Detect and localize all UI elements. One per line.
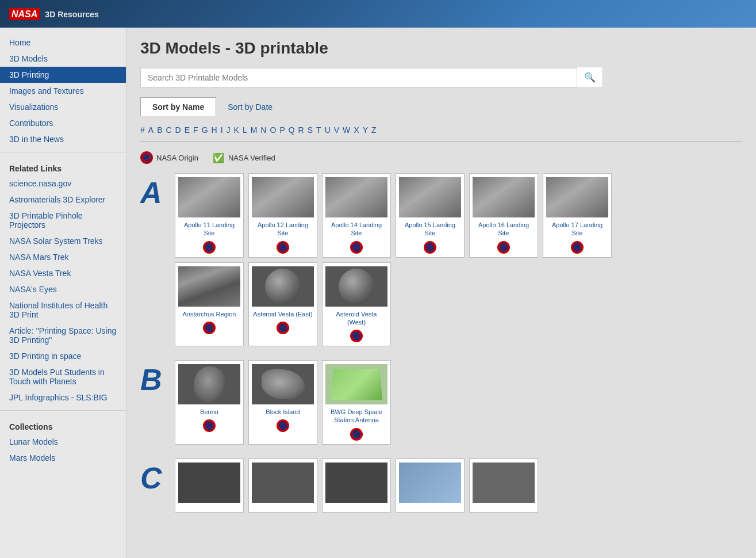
sidebar-link-printing-in-space[interactable]: 3D Printing in space (0, 348, 126, 364)
sidebar-link-lunar-models[interactable]: Lunar Models (0, 434, 126, 450)
alpha-e[interactable]: E (185, 125, 190, 135)
model-card-c1[interactable] (175, 458, 244, 513)
alpha-q[interactable]: Q (289, 125, 295, 135)
page-title: 3D Models - 3D printable (140, 39, 742, 58)
sidebar-link-solar-system-treks[interactable]: NASA Solar System Treks (0, 233, 126, 249)
alpha-a[interactable]: A (148, 125, 153, 135)
section-letter-b: B (140, 365, 162, 395)
model-name-apollo-12: Apollo 12 Landing Site (252, 221, 313, 238)
alpha-c[interactable]: C (166, 125, 171, 135)
sidebar-link-nasas-eyes[interactable]: NASA's Eyes (0, 281, 126, 297)
sidebar-link-jpl-infographics[interactable]: JPL Infographics - SLS:BIG (0, 389, 126, 406)
sidebar-link-astromaterials[interactable]: Astromaterials 3D Explorer (0, 192, 126, 208)
model-name-bwg-antenna: BWG Deep Space Station Antenna (326, 408, 387, 425)
alpha-u[interactable]: U (325, 125, 331, 135)
model-thumb-vesta-west (325, 266, 387, 307)
nasa-text: NASA (9, 8, 40, 20)
main-content: 3D Models - 3D printable 🔍 Sort by Name … (126, 28, 756, 558)
alpha-f[interactable]: F (193, 125, 198, 135)
model-card-c3[interactable] (322, 458, 391, 513)
model-card-c5[interactable] (469, 458, 538, 513)
alpha-hash[interactable]: # (140, 125, 145, 135)
header: NASA 3D Resources (0, 0, 756, 28)
search-button[interactable]: 🔍 (577, 67, 603, 88)
nasa-badge-bwg-antenna (350, 428, 363, 441)
sidebar-item-3d-news[interactable]: 3D in the News (0, 131, 126, 147)
alpha-s[interactable]: S (308, 125, 313, 135)
alpha-i[interactable]: I (221, 125, 223, 135)
alpha-y[interactable]: Y (363, 125, 368, 135)
alpha-l[interactable]: L (243, 125, 247, 135)
alpha-z[interactable]: Z (371, 125, 377, 135)
nasa-badge-block-island (277, 419, 289, 432)
model-card-apollo-14[interactable]: Apollo 14 Landing Site (322, 173, 391, 258)
sidebar-link-students-planets[interactable]: 3D Models Put Students in Touch with Pla… (0, 364, 126, 389)
alpha-b[interactable]: B (157, 125, 162, 135)
alpha-d[interactable]: D (175, 125, 181, 135)
sidebar-item-3d-models[interactable]: 3D Models (0, 51, 126, 67)
model-thumb-c5 (473, 463, 535, 503)
model-thumb-apollo-12 (252, 177, 314, 217)
alpha-p[interactable]: P (279, 125, 285, 135)
alpha-n[interactable]: N (260, 125, 266, 135)
model-grid-b: Bennu Block Island (175, 360, 742, 445)
sidebar-link-science-nasa[interactable]: science.nasa.gov (0, 175, 126, 192)
model-name-bennu: Bennu (200, 408, 218, 416)
alpha-w[interactable]: W (343, 125, 350, 135)
alpha-j[interactable]: J (227, 125, 231, 135)
sidebar-item-home[interactable]: Home (0, 35, 126, 51)
sidebar-link-nih[interactable]: National Institutes of Health 3D Print (0, 297, 126, 323)
model-card-apollo-11[interactable]: Apollo 11 Landing Site (175, 173, 244, 258)
nasa-badge-apollo-14 (350, 241, 363, 254)
model-name-vesta-west: Asteroid Vesta (West) (326, 310, 387, 327)
model-card-vesta-east[interactable]: Asteroid Vesta (East) (248, 262, 317, 347)
sidebar-link-vesta-trek[interactable]: NASA Vesta Trek (0, 265, 126, 281)
model-card-aristarchus[interactable]: Aristarchus Region (175, 262, 244, 347)
alpha-h[interactable]: H (212, 125, 217, 135)
nasa-origin-badge (140, 151, 153, 164)
sidebar-item-3d-printing[interactable]: 3D Printing (0, 67, 126, 83)
sidebar-link-pinhole[interactable]: 3D Printable Pinhole Projectors (0, 208, 126, 233)
model-thumb-apollo-16 (473, 177, 535, 217)
model-card-apollo-15[interactable]: Apollo 15 Landing Site (396, 173, 465, 258)
sidebar-item-contributors[interactable]: Contributors (0, 115, 126, 131)
alpha-t[interactable]: T (316, 125, 321, 135)
nasa-verified-badge: ✅ (212, 151, 225, 164)
nasa-verified-label: NASA Verified (228, 154, 275, 162)
model-card-bwg-antenna[interactable]: BWG Deep Space Station Antenna (322, 360, 391, 445)
sort-row: Sort by Name Sort by Date (140, 97, 742, 116)
sort-by-name-button[interactable]: Sort by Name (140, 97, 216, 116)
section-b: B Bennu Block Island (140, 360, 742, 445)
sort-by-date-link[interactable]: Sort by Date (216, 98, 284, 116)
nasa-verified-legend: ✅ NASA Verified (212, 151, 275, 164)
related-links-title: Related Links (0, 157, 126, 175)
model-card-apollo-16[interactable]: Apollo 16 Landing Site (469, 173, 538, 258)
sidebar-link-printing-space[interactable]: Article: "Printing Space: Using 3D Print… (0, 323, 126, 348)
alpha-r[interactable]: R (298, 125, 304, 135)
sidebar-link-mars-models[interactable]: Mars Models (0, 450, 126, 466)
model-name-block-island: Block Island (266, 408, 300, 416)
model-name-vesta-east: Asteroid Vesta (East) (253, 310, 312, 318)
model-card-apollo-17[interactable]: Apollo 17 Landing Site (543, 173, 612, 258)
alpha-m[interactable]: M (251, 125, 258, 135)
alpha-x[interactable]: X (354, 125, 359, 135)
sidebar-link-mars-trek[interactable]: NASA Mars Trek (0, 249, 126, 265)
nasa-badge-vesta-west (350, 330, 363, 342)
alpha-k[interactable]: K (234, 125, 239, 135)
search-input[interactable] (140, 68, 577, 87)
alpha-g[interactable]: G (202, 125, 208, 135)
nasa-badge-aristarchus (203, 322, 216, 334)
model-card-apollo-12[interactable]: Apollo 12 Landing Site (248, 173, 317, 258)
model-card-vesta-west[interactable]: Asteroid Vesta (West) (322, 262, 391, 347)
sidebar-item-images-textures[interactable]: Images and Textures (0, 83, 126, 99)
section-letter-c: C (140, 463, 162, 493)
alpha-v[interactable]: V (334, 125, 339, 135)
model-name-apollo-16: Apollo 16 Landing Site (473, 221, 534, 238)
model-card-c2[interactable] (248, 458, 317, 513)
model-thumb-c3 (325, 463, 387, 503)
model-card-block-island[interactable]: Block Island (248, 360, 317, 445)
model-card-bennu[interactable]: Bennu (175, 360, 244, 445)
alpha-o[interactable]: O (270, 125, 276, 135)
sidebar-item-visualizations[interactable]: Visualizations (0, 99, 126, 115)
model-card-c4[interactable] (396, 458, 465, 513)
